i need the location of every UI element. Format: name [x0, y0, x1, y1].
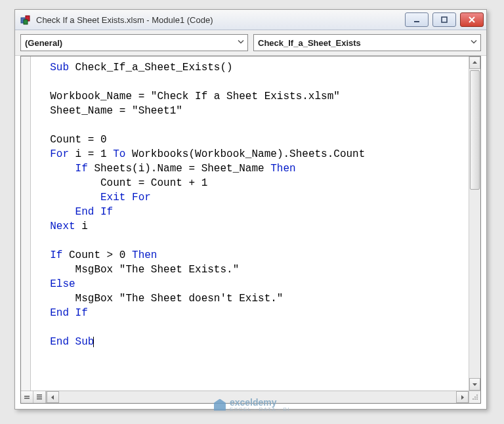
code-margin: [21, 56, 31, 391]
svg-rect-5: [24, 396, 30, 397]
svg-rect-8: [37, 396, 42, 398]
svg-point-14: [474, 398, 476, 400]
maximize-button[interactable]: [432, 12, 456, 27]
hscroll-track[interactable]: [59, 391, 456, 403]
svg-point-15: [476, 398, 478, 400]
procedure-dropdown[interactable]: Check_If_a_Sheet_Exists: [253, 34, 481, 51]
scroll-right-button[interactable]: [456, 391, 469, 403]
procedure-view-button[interactable]: [21, 391, 33, 403]
scroll-thumb[interactable]: [470, 70, 480, 190]
dropdown-row: (General) Check_If_a_Sheet_Exists: [15, 30, 486, 56]
svg-rect-2: [24, 20, 28, 24]
code-text-area[interactable]: Sub Check_If_a_Sheet_Exists() Workbook_N…: [31, 56, 469, 391]
object-dropdown[interactable]: (General): [20, 34, 248, 51]
svg-point-11: [474, 396, 476, 398]
scroll-down-button[interactable]: [469, 378, 480, 391]
resize-grip[interactable]: [469, 391, 480, 403]
chevron-down-icon: [470, 38, 478, 48]
titlebar[interactable]: Check If a Sheet Exists.xlsm - Module1 (…: [15, 10, 486, 30]
svg-rect-4: [442, 17, 447, 22]
vertical-scrollbar[interactable]: [469, 56, 480, 391]
window-title: Check If a Sheet Exists.xlsm - Module1 (…: [36, 15, 405, 25]
text-cursor: [93, 337, 94, 347]
horizontal-scrollbar[interactable]: [47, 391, 469, 403]
scroll-left-button[interactable]: [47, 391, 59, 403]
code-editor: Sub Check_If_a_Sheet_Exists() Workbook_N…: [20, 56, 481, 404]
full-module-view-button[interactable]: [33, 391, 46, 403]
svg-rect-3: [414, 21, 419, 22]
minimize-button[interactable]: [405, 12, 429, 27]
svg-rect-6: [24, 398, 30, 399]
scroll-up-button[interactable]: [469, 56, 480, 69]
vba-module-icon: [19, 13, 32, 26]
svg-point-10: [476, 394, 478, 396]
procedure-dropdown-label: Check_If_a_Sheet_Exists: [258, 38, 361, 48]
chevron-down-icon: [237, 38, 245, 48]
svg-rect-9: [37, 398, 42, 400]
close-button[interactable]: [460, 12, 484, 27]
svg-point-13: [472, 398, 474, 400]
editor-status-row: [21, 391, 480, 403]
vba-code-window: Check If a Sheet Exists.xlsm - Module1 (…: [15, 10, 486, 409]
svg-rect-7: [37, 394, 42, 396]
object-dropdown-label: (General): [25, 38, 62, 48]
scroll-track[interactable]: [469, 69, 480, 378]
svg-point-12: [476, 396, 478, 398]
